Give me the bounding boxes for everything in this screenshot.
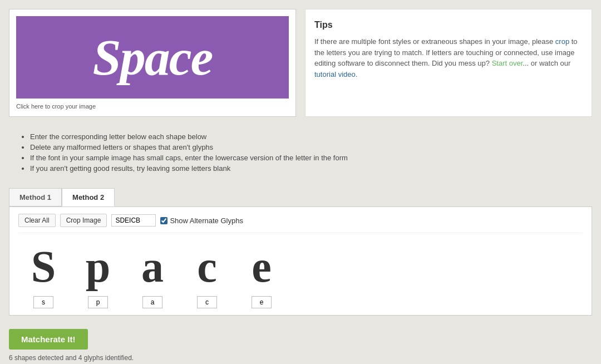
glyph-char-c: c <box>182 240 232 293</box>
glyph-code-input[interactable] <box>111 214 156 227</box>
instruction-item: Delete any malformed letters or shapes t… <box>30 143 581 151</box>
tips-text4: . <box>356 70 358 78</box>
glyph-input-a[interactable] <box>142 296 162 308</box>
image-panel: Space Click here to crop your image <box>9 9 296 117</box>
glyph-input-e[interactable] <box>252 296 272 308</box>
tab-method1[interactable]: Method 1 <box>9 188 62 206</box>
sample-image[interactable]: Space <box>16 16 289 99</box>
glyph-char-a: a <box>127 240 178 293</box>
instruction-item: Enter the corresponding letter below eac… <box>30 132 581 141</box>
glyph-item-s: S <box>18 240 68 308</box>
crop-image-button[interactable]: Crop Image <box>60 214 107 227</box>
tips-title: Tips <box>314 18 583 32</box>
start-over-link[interactable]: Start over <box>492 59 523 67</box>
status-text: 6 shapes detected and 4 glyphs identifie… <box>9 354 592 362</box>
glyphs-row: S p a c e <box>18 240 583 308</box>
glyph-item-a: a <box>127 240 178 308</box>
crop-link[interactable]: crop <box>555 37 569 46</box>
matcherate-button[interactable]: Matcherate It! <box>9 329 88 350</box>
glyph-char-e: e <box>237 240 287 293</box>
tips-body: If there are multiple font styles or ext… <box>314 36 583 80</box>
instruction-item: If you aren't getting good results, try … <box>30 164 581 173</box>
glyph-toolbar: Clear All Crop Image Show Alternate Glyp… <box>18 214 583 233</box>
tabs-container: Method 1 Method 2 <box>9 188 592 206</box>
glyph-item-c: c <box>182 240 232 308</box>
glyph-char-s: S <box>18 240 68 293</box>
crop-hint[interactable]: Click here to crop your image <box>16 103 289 110</box>
glyph-item-p: p <box>73 240 123 308</box>
tips-text3: ... or watch our <box>523 59 570 67</box>
instruction-item: If the font in your sample image has sma… <box>30 154 581 162</box>
glyph-item-e: e <box>237 240 287 308</box>
show-glyphs-label[interactable]: Show Alternate Glyphs <box>160 217 243 225</box>
glyph-input-c[interactable] <box>197 296 217 308</box>
glyph-panel: Clear All Crop Image Show Alternate Glyp… <box>9 206 592 316</box>
instructions-list: Enter the corresponding letter below eac… <box>20 132 581 173</box>
glyph-input-p[interactable] <box>88 296 108 308</box>
bottom-section: Matcherate It! 6 shapes detected and 4 g… <box>9 324 592 364</box>
clear-all-button[interactable]: Clear All <box>18 214 56 227</box>
glyph-char-p: p <box>73 240 123 293</box>
tab-method2[interactable]: Method 2 <box>62 188 115 206</box>
show-glyphs-text: Show Alternate Glyphs <box>170 217 243 225</box>
tutorial-link[interactable]: tutorial video <box>314 70 356 78</box>
tips-panel: Tips If there are multiple font styles o… <box>305 9 592 117</box>
show-glyphs-checkbox[interactable] <box>160 217 168 224</box>
glyph-input-s[interactable] <box>33 296 53 308</box>
sample-image-text: Space <box>93 28 213 87</box>
instructions-panel: Enter the corresponding letter below eac… <box>9 126 592 181</box>
tips-text1: If there are multiple font styles or ext… <box>314 37 555 46</box>
